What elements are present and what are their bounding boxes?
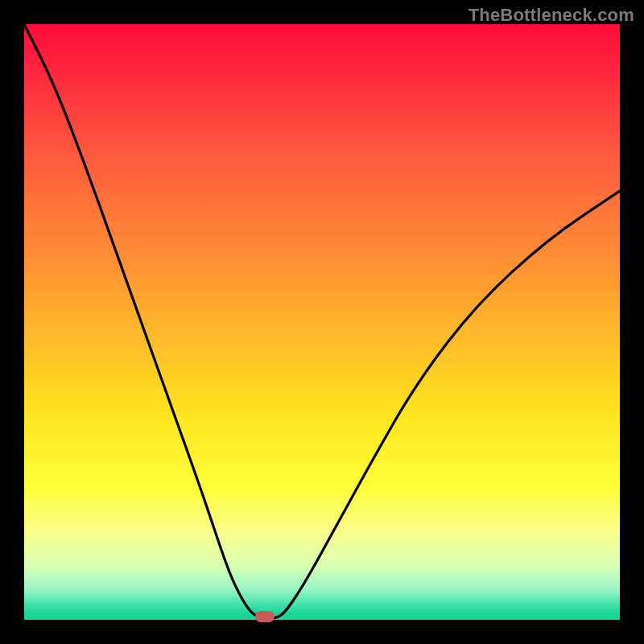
optimal-point-marker — [255, 611, 275, 622]
watermark-text: TheBottleneck.com — [469, 5, 634, 26]
chart-plot-area — [24, 24, 620, 620]
